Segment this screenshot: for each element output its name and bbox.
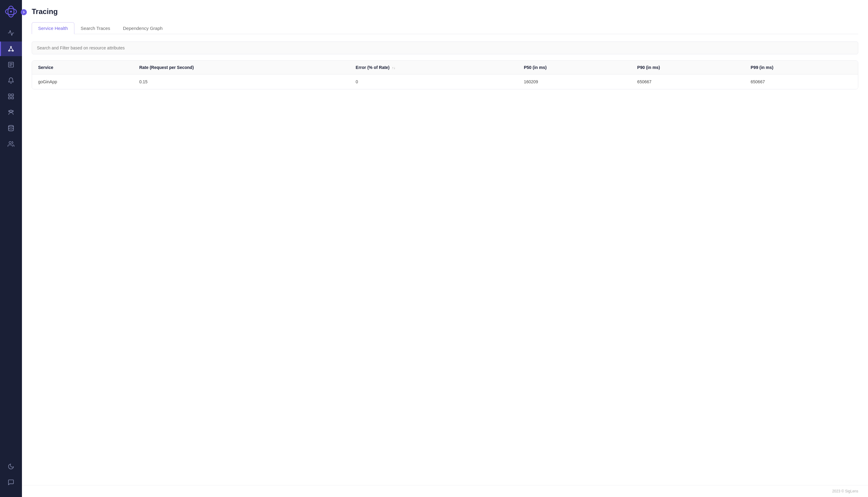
- sidebar-item-chat[interactable]: [8, 475, 14, 490]
- svg-rect-16: [12, 97, 13, 99]
- moon-icon: [8, 463, 14, 470]
- sidebar-item-storage[interactable]: [0, 121, 22, 136]
- sidebar-bottom: [8, 459, 14, 490]
- col-header-rate[interactable]: Rate (Request per Second): [133, 61, 350, 74]
- sidebar-item-theme[interactable]: [8, 459, 14, 474]
- tabs: Service Health Search Traces Dependency …: [32, 22, 858, 34]
- logs-icon: [8, 61, 14, 68]
- svg-rect-14: [12, 94, 13, 96]
- table-row[interactable]: goGinApp 0.15 0 160209 650667 650667: [32, 74, 858, 89]
- cell-p90: 650667: [631, 74, 745, 89]
- sidebar-item-alerts[interactable]: [0, 73, 22, 88]
- alerts-icon: [8, 77, 14, 84]
- service-health-table: Service Rate (Request per Second) Error …: [32, 60, 858, 89]
- page-title: Tracing: [32, 7, 858, 16]
- sidebar-item-dashboards[interactable]: [0, 89, 22, 104]
- svg-point-21: [9, 142, 11, 144]
- storage-icon: [8, 125, 14, 131]
- sidebar-item-logs[interactable]: [0, 57, 22, 72]
- tab-dependency-graph[interactable]: Dependency Graph: [116, 22, 169, 34]
- cell-error: 0: [350, 74, 518, 89]
- svg-line-6: [9, 47, 11, 50]
- main-content: Tracing Service Health Search Traces Dep…: [22, 0, 868, 497]
- sidebar: [0, 0, 22, 497]
- tab-service-health[interactable]: Service Health: [32, 22, 74, 34]
- dashboards-icon: [8, 93, 14, 100]
- page-header: Tracing Service Health Search Traces Dep…: [22, 0, 868, 34]
- svg-point-2: [10, 11, 12, 13]
- footer: 2023 © SigLens: [22, 485, 868, 497]
- svg-line-7: [11, 47, 13, 50]
- sidebar-item-metrics[interactable]: [0, 26, 22, 40]
- cell-p99: 650667: [745, 74, 858, 89]
- svg-point-18: [12, 111, 13, 112]
- table-header-row: Service Rate (Request per Second) Error …: [32, 61, 858, 74]
- sidebar-item-team[interactable]: [0, 137, 22, 151]
- chat-icon: [8, 479, 14, 486]
- sidebar-item-tracing[interactable]: [0, 42, 22, 56]
- cell-rate: 0.15: [133, 74, 350, 89]
- col-header-p90[interactable]: P90 (in ms): [631, 61, 745, 74]
- svg-point-20: [9, 125, 14, 127]
- col-header-p50[interactable]: P50 (in ms): [518, 61, 631, 74]
- sidebar-item-minions[interactable]: [0, 105, 22, 119]
- svg-rect-15: [9, 97, 10, 99]
- sort-icon-error: ↑↓: [392, 66, 395, 70]
- col-header-error[interactable]: Error (% of Rate) ↑↓: [350, 61, 518, 74]
- minions-icon: [8, 109, 14, 116]
- col-header-p99[interactable]: P99 (in ms): [745, 61, 858, 74]
- cell-p50: 160209: [518, 74, 631, 89]
- col-header-service[interactable]: Service: [32, 61, 133, 74]
- svg-rect-13: [9, 94, 10, 96]
- search-input[interactable]: [32, 42, 858, 54]
- tracing-icon: [8, 45, 14, 52]
- footer-copyright: 2023 © SigLens: [832, 489, 858, 493]
- tab-search-traces[interactable]: Search Traces: [74, 22, 117, 34]
- logo[interactable]: [4, 5, 18, 18]
- cell-service: goGinApp: [32, 74, 133, 89]
- team-icon: [8, 141, 14, 147]
- expand-button[interactable]: [21, 9, 27, 15]
- svg-point-19: [9, 111, 10, 112]
- chart-icon: [8, 30, 14, 36]
- content-area: Service Rate (Request per Second) Error …: [22, 34, 868, 485]
- sidebar-nav: [0, 26, 22, 459]
